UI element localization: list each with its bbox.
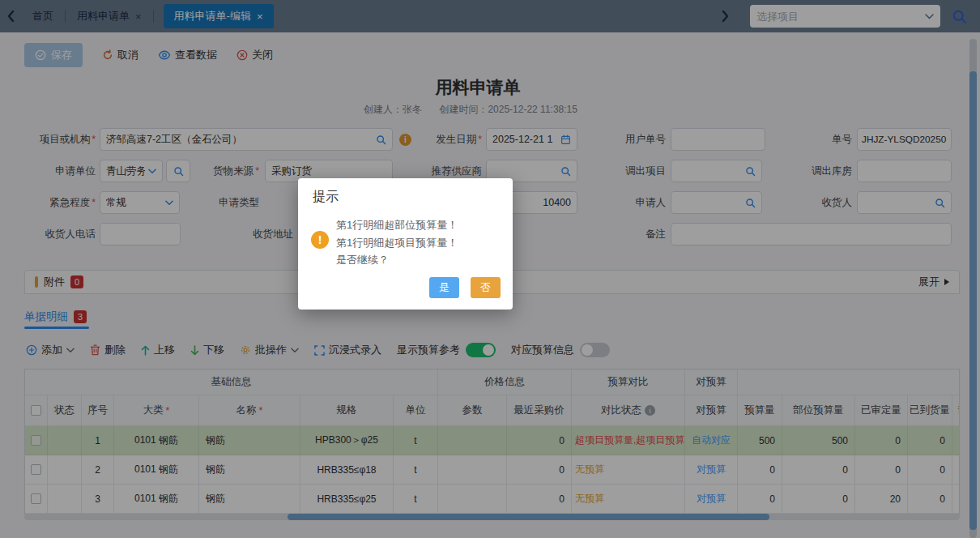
- dialog-message: 第1行明细超部位预算量！ 第1行明细超项目预算量！ 是否继续？: [336, 216, 458, 269]
- yes-button[interactable]: 是: [429, 277, 459, 298]
- dialog-title: 提示: [313, 189, 339, 206]
- dialog-line: 第1行明细超项目预算量！: [336, 234, 458, 252]
- warning-dialog: 提示 ! 第1行明细超部位预算量！ 第1行明细超项目预算量！ 是否继续？ 是 否: [298, 178, 513, 310]
- dialog-line: 是否继续？: [336, 251, 458, 269]
- no-button[interactable]: 否: [471, 277, 501, 298]
- material-requisition-window: 首页 用料申请单 × 用料申请单-编辑 ×: [0, 0, 980, 538]
- warning-icon: !: [311, 231, 329, 249]
- dialog-line: 第1行明细超部位预算量！: [336, 216, 458, 234]
- dialog-buttons: 是 否: [429, 277, 501, 298]
